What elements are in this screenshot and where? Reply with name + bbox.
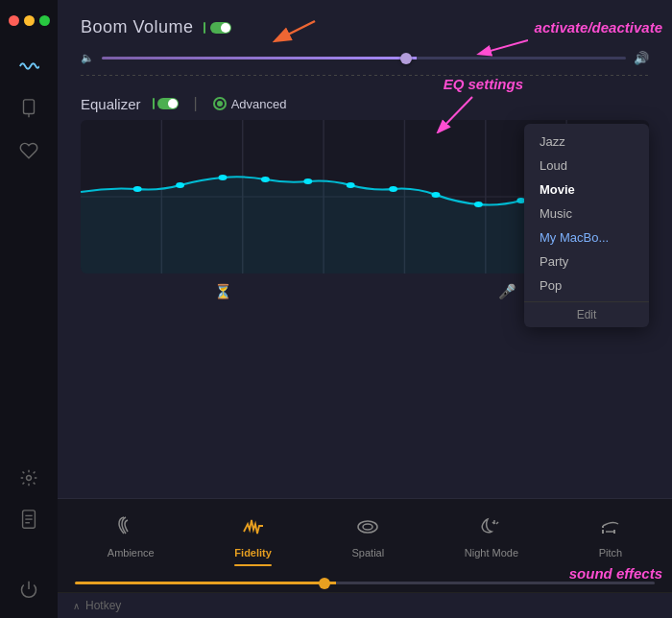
eq-header: Equalizer | A: [81, 95, 649, 112]
svg-point-27: [474, 202, 483, 207]
advanced-label: Advanced: [231, 97, 287, 111]
sidebar: [0, 0, 58, 618]
pitch-icon: [599, 516, 622, 543]
svg-point-9: [221, 23, 230, 33]
hotkey-label: Hotkey: [85, 599, 121, 612]
svg-point-24: [347, 182, 355, 188]
advanced-radio: [213, 97, 227, 110]
eq-icon-1: ⏳: [214, 283, 232, 300]
volume-slider-row: 🔈 🔊: [81, 47, 649, 69]
effects-section: Ambience Fidelity: [58, 498, 672, 592]
effect-slider-row: [67, 582, 662, 584]
volume-high-icon: 🔊: [634, 51, 649, 65]
sidebar-icon-gear[interactable]: [12, 461, 46, 495]
svg-point-25: [389, 186, 397, 192]
volume-header: Boom Volume: [81, 17, 649, 37]
eq-preset-loud[interactable]: Loud: [524, 154, 649, 178]
eq-preset-movie[interactable]: Movie: [524, 178, 649, 202]
svg-point-2: [27, 476, 32, 481]
svg-line-34: [496, 522, 498, 524]
effect-tab-pitch[interactable]: Pitch: [591, 512, 630, 570]
effect-thumb: [319, 578, 330, 589]
sidebar-icon-wave[interactable]: [12, 49, 46, 83]
sidebar-icon-document[interactable]: [12, 503, 46, 537]
eq-toggle[interactable]: [153, 98, 179, 109]
svg-point-31: [358, 521, 377, 533]
maximize-button[interactable]: [39, 15, 50, 26]
pitch-label: Pitch: [599, 547, 622, 559]
eq-icon-2: 🎤: [498, 283, 516, 300]
ambience-label: Ambience: [108, 547, 155, 559]
eq-title: Equalizer: [81, 96, 141, 112]
hotkey-bar[interactable]: ∧ Hotkey: [58, 592, 672, 618]
effect-tab-spatial[interactable]: Spatial: [345, 512, 393, 570]
eq-dropdown: Jazz Loud Movie Music My MacBo... Party …: [524, 124, 649, 327]
volume-low-icon: 🔈: [81, 52, 94, 64]
fidelity-icon: [242, 516, 265, 543]
svg-point-26: [432, 192, 441, 198]
volume-slider[interactable]: [102, 57, 626, 59]
svg-point-11: [168, 99, 178, 108]
eq-preset-music[interactable]: Music: [524, 202, 649, 226]
svg-point-20: [176, 182, 184, 188]
eq-preset-pop[interactable]: Pop: [524, 273, 649, 297]
fidelity-underline: [234, 564, 272, 566]
svg-rect-0: [24, 100, 35, 114]
volume-toggle[interactable]: [204, 22, 231, 34]
eq-preset-jazz[interactable]: Jazz: [524, 130, 649, 154]
night-mode-label: Night Mode: [465, 547, 518, 559]
volume-divider: [81, 75, 649, 76]
sidebar-icon-heart[interactable]: [12, 133, 46, 168]
sidebar-icon-power[interactable]: [12, 572, 46, 606]
pipe-divider: |: [194, 95, 198, 112]
close-button[interactable]: [9, 15, 19, 26]
volume-thumb: [400, 53, 412, 64]
eq-section: Equalizer | A: [58, 85, 672, 308]
spatial-label: Spatial: [352, 547, 385, 559]
hotkey-chevron-icon: ∧: [73, 601, 80, 611]
effect-tab-night-mode[interactable]: Night Mode: [457, 512, 526, 570]
ambience-icon: [118, 516, 143, 543]
eq-preset-party[interactable]: Party: [524, 250, 649, 273]
advanced-button[interactable]: Advanced: [213, 97, 287, 111]
sidebar-icon-bolt[interactable]: [12, 91, 46, 126]
traffic-lights: [9, 15, 50, 26]
fidelity-label: Fidelity: [234, 547, 272, 559]
svg-point-22: [261, 177, 270, 182]
svg-point-19: [133, 186, 142, 192]
night-mode-icon: [479, 516, 504, 543]
volume-title: Boom Volume: [81, 17, 194, 37]
svg-point-32: [363, 524, 372, 530]
spatial-icon: [355, 516, 380, 543]
svg-point-23: [303, 178, 312, 184]
main-content: activate/deactivate Boom Volume: [58, 0, 672, 618]
svg-point-21: [219, 175, 228, 180]
eq-edit-button[interactable]: Edit: [524, 301, 649, 321]
minimize-button[interactable]: [24, 15, 35, 26]
effect-tab-fidelity[interactable]: Fidelity: [227, 512, 279, 570]
volume-section: Boom Volume 🔈 🔊: [58, 0, 672, 85]
eq-preset-mymacbo[interactable]: My MacBo...: [524, 226, 649, 250]
effect-tab-ambience[interactable]: Ambience: [100, 512, 162, 570]
effects-tabs: Ambience Fidelity: [67, 512, 662, 570]
effect-slider[interactable]: [75, 582, 655, 584]
